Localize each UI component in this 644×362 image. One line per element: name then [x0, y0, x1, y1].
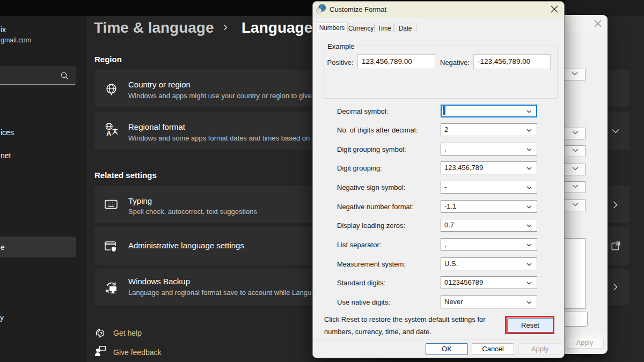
- svg-text:A: A: [106, 130, 111, 137]
